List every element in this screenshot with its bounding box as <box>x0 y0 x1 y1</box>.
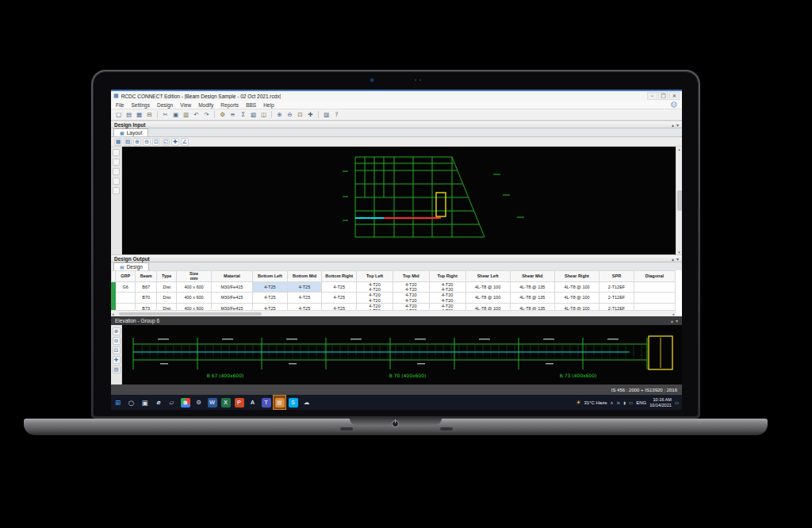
cell-shear-left[interactable]: 4L-T8 @ 100 <box>465 281 510 293</box>
cell-shear-mid[interactable]: 4L-T8 @ 135 <box>510 293 554 304</box>
design-beam-icon[interactable]: ▧ <box>249 110 258 119</box>
taskbar-app-chrome[interactable]: ◉ <box>178 395 192 410</box>
cell-top-right[interactable]: 4-T20 4-T20 <box>429 293 465 304</box>
paste-icon[interactable]: ▥ <box>182 110 190 119</box>
cell-top-right[interactable]: 4-T20 4-T20 <box>429 281 465 293</box>
cell-spr[interactable]: 2-T12EF <box>599 293 634 304</box>
battery-icon[interactable]: ▭ <box>629 400 633 405</box>
menu-item-settings[interactable]: Settings <box>131 102 150 108</box>
table-horizontal-scrollbar[interactable]: ◂ ▸ <box>111 310 676 316</box>
menu-item-reports[interactable]: Reports <box>220 102 239 108</box>
copy-icon[interactable]: ▣ <box>171 110 180 119</box>
help-icon[interactable]: ? <box>332 110 341 119</box>
save-icon[interactable]: ▦ <box>135 110 144 119</box>
scroll-left-icon[interactable]: ◂ <box>112 312 114 316</box>
search-icon[interactable]: ○ <box>124 395 138 410</box>
menu-item-file[interactable]: File <box>116 102 124 108</box>
cell-grp[interactable]: G6 <box>116 281 136 293</box>
zoom-out-icon[interactable]: ⊖ <box>113 337 121 345</box>
print-icon[interactable]: ⊟ <box>145 110 154 119</box>
notification-center-icon[interactable]: ▭ <box>675 400 679 405</box>
menu-item-design[interactable]: Design <box>157 102 173 108</box>
taskbar-app-acrobat[interactable]: A <box>246 395 259 410</box>
cell-bottom-left[interactable]: 4-T25 <box>252 293 287 304</box>
open-file-icon[interactable]: ▤ <box>124 110 133 119</box>
menu-item-modify[interactable]: Modify <box>198 102 213 108</box>
cell-size[interactable]: 400 x 600 <box>177 293 212 304</box>
tab-design[interactable]: ▤ Design <box>113 262 149 270</box>
pan-icon[interactable]: ✚ <box>306 110 315 119</box>
zoom-out-icon[interactable]: ⊖ <box>143 138 151 146</box>
beam-layout-plan-canvas[interactable] <box>122 147 676 254</box>
layout-sidebar-button[interactable] <box>113 159 120 166</box>
report-icon[interactable]: ▨ <box>322 110 331 119</box>
taskbar-app-excel[interactable]: X <box>219 395 232 410</box>
undo-icon[interactable]: ↶ <box>192 110 201 119</box>
collapse-up-icon[interactable]: ▴ <box>672 256 674 262</box>
zoom-in-icon[interactable]: ⊕ <box>133 138 141 146</box>
taskbar-app-settings[interactable]: ⚙ <box>192 395 205 410</box>
cell-type[interactable]: Dist <box>157 293 177 304</box>
cell-material[interactable]: M30/Fe415 <box>211 281 252 293</box>
network-icon[interactable]: ≋ <box>617 400 621 405</box>
collapse-down-icon[interactable]: ▾ <box>676 122 679 128</box>
collapse-down-icon[interactable]: ▾ <box>676 256 679 262</box>
cell-shear-right[interactable]: 4L-T8 @ 100 <box>554 281 599 293</box>
cell-size[interactable]: 400 x 600 <box>177 281 212 293</box>
cell-material[interactable]: M30/Fe415 <box>211 293 252 304</box>
cell-bottom-mid[interactable]: 4-T25 <box>287 293 322 304</box>
menu-item-view[interactable]: View <box>180 102 191 108</box>
layout-vertical-scrollbar[interactable]: ▴ ▾ <box>676 147 682 254</box>
start-button[interactable]: ⊞ <box>111 395 124 410</box>
weather-icon[interactable]: ☀ <box>576 400 580 406</box>
new-file-icon[interactable]: □ <box>114 110 123 119</box>
cell-bottom-right[interactable]: 4-T25 <box>322 281 357 293</box>
copy-image-icon[interactable]: ▧ <box>124 138 132 146</box>
zoom-in-icon[interactable]: ⊕ <box>113 327 121 335</box>
cell-top-left[interactable]: 4-T20 4-T20 <box>357 281 393 293</box>
pan-icon[interactable]: ✚ <box>171 138 179 146</box>
measure-icon[interactable]: ∠ <box>181 138 189 146</box>
hidden-icons-chevron[interactable]: ∧ <box>611 400 614 405</box>
volume-icon[interactable]: ◗ <box>623 400 626 405</box>
cell-shear-right[interactable]: 4L-T8 @ 100 <box>554 293 599 304</box>
redo-icon[interactable]: ↷ <box>202 110 211 119</box>
scroll-thumb[interactable] <box>677 190 682 211</box>
scroll-thumb[interactable] <box>119 312 262 316</box>
cell-grp[interactable] <box>116 293 136 304</box>
beam-elevation-canvas[interactable]: B 67 (400x600) B 70 (400x600) B 73 (400x… <box>122 325 682 385</box>
taskbar-app-teams[interactable]: T <box>259 395 273 410</box>
general-arrangement-icon[interactable]: ≡ <box>228 110 237 119</box>
collapse-up-icon[interactable]: ▴ <box>672 122 674 128</box>
clock[interactable]: 10:16 AM 10/14/2021 <box>649 397 672 407</box>
zoom-out-icon[interactable]: ⊖ <box>285 110 294 119</box>
cell-top-mid[interactable]: 4-T20 4-T20 <box>393 293 429 304</box>
save-image-icon[interactable]: ▦ <box>114 138 122 146</box>
menu-item-help[interactable]: Help <box>263 102 274 108</box>
copy-image-icon[interactable]: ▧ <box>113 365 121 373</box>
cell-bottom-left[interactable]: 4-T25 <box>252 281 287 293</box>
weather-label[interactable]: 31°C Haze <box>584 400 607 405</box>
close-button[interactable]: × <box>669 92 680 100</box>
cell-beam[interactable]: B67 <box>136 281 157 293</box>
design-column-icon[interactable]: ◫ <box>259 110 268 119</box>
layout-sidebar-button[interactable] <box>113 187 120 194</box>
cell-top-left[interactable]: 4-T20 4-T20 <box>357 293 393 304</box>
cell-shear-left[interactable]: 4L-T8 @ 100 <box>465 293 510 304</box>
zoom-window-icon[interactable]: ⊡ <box>152 138 160 146</box>
taskbar-app-powerpoint[interactable]: P <box>232 395 246 410</box>
cell-bottom-right[interactable]: 4-T25 <box>322 293 357 304</box>
collapse-down-icon[interactable]: ▾ <box>676 318 678 323</box>
cell-shear-mid[interactable]: 4L-T8 @ 135 <box>510 281 554 293</box>
layout-sidebar-button[interactable] <box>113 168 120 175</box>
zoom-extents-icon[interactable]: ⊡ <box>113 346 121 354</box>
zoom-extents-icon[interactable]: ◱ <box>162 138 170 146</box>
cell-type[interactable]: Dist <box>157 281 177 293</box>
settings-icon[interactable]: ⚙ <box>218 110 227 119</box>
cell-diagonal[interactable] <box>634 281 675 293</box>
minimize-button[interactable]: – <box>647 92 657 100</box>
cell-bottom-mid[interactable]: 4-T25 <box>287 281 322 293</box>
collapse-up-icon[interactable]: ▴ <box>671 318 673 323</box>
tab-layout[interactable]: ▦ Layout <box>113 128 148 136</box>
layout-sidebar-button[interactable] <box>113 178 120 185</box>
